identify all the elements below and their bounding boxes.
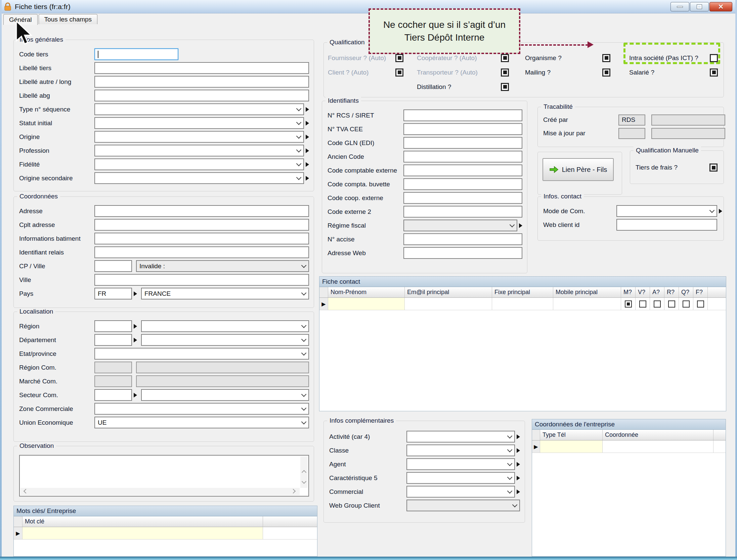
scroll-left-icon[interactable] xyxy=(23,489,27,493)
n-rcs-siret-input[interactable] xyxy=(403,109,522,121)
transporteur-auto-checkbox[interactable] xyxy=(501,68,509,77)
regime-fiscal-combo[interactable] xyxy=(403,220,517,231)
web-client-id-input[interactable] xyxy=(616,219,717,231)
row-selector[interactable]: ▶ xyxy=(14,527,23,539)
code-comptable-externe-input[interactable] xyxy=(403,165,522,176)
m-row-checkbox[interactable] xyxy=(625,300,632,308)
cell-fixe-principal[interactable] xyxy=(492,298,553,310)
secteur-com-code-input[interactable] xyxy=(94,389,132,401)
column-header-r[interactable]: R? xyxy=(664,287,679,297)
union-economique-combo[interactable]: UE xyxy=(94,417,309,428)
code-gln-edi-input[interactable] xyxy=(403,137,522,149)
cell-f[interactable] xyxy=(693,298,708,310)
adresse-input[interactable] xyxy=(94,205,309,217)
identifiant-relais-input[interactable] xyxy=(94,246,309,258)
cell-mot-cle[interactable] xyxy=(23,527,263,539)
etat-province-combo[interactable] xyxy=(94,348,309,360)
cell-v[interactable] xyxy=(636,298,650,310)
expand-arrow-icon[interactable] xyxy=(517,434,520,439)
a-row-checkbox[interactable] xyxy=(654,300,661,308)
activite-car-4-combo[interactable] xyxy=(406,431,515,442)
statut-initial-combo[interactable] xyxy=(94,117,304,129)
departement-code-input[interactable] xyxy=(94,334,132,346)
cell-coordonnee[interactable] xyxy=(603,440,713,453)
web-group-client-combo[interactable] xyxy=(406,500,520,511)
n-tva-cee-input[interactable] xyxy=(403,123,522,135)
column-header-fixe-principal[interactable]: Fixe principal xyxy=(492,287,553,297)
expand-arrow-icon[interactable] xyxy=(134,324,137,329)
fournisseur-auto-checkbox[interactable] xyxy=(395,54,403,62)
distillation-checkbox[interactable] xyxy=(501,83,509,91)
pays-combo[interactable]: FRANCE xyxy=(141,288,309,299)
expand-arrow-icon[interactable] xyxy=(517,462,520,467)
tiers-de-frais-checkbox[interactable] xyxy=(709,164,718,172)
agent-combo[interactable] xyxy=(406,458,515,470)
expand-arrow-icon[interactable] xyxy=(306,176,309,181)
mode-de-com-combo[interactable] xyxy=(616,205,717,217)
v-row-checkbox[interactable] xyxy=(639,300,646,308)
cp-ville-combo[interactable]: Invalide : xyxy=(136,260,309,272)
tab-tous-les-champs[interactable]: Tous les champs xyxy=(39,14,98,24)
organisme-checkbox[interactable] xyxy=(602,54,610,62)
expand-arrow-icon[interactable] xyxy=(719,209,722,214)
secteur-com-combo[interactable] xyxy=(141,389,309,401)
expand-arrow-icon[interactable] xyxy=(134,393,137,398)
scroll-right-icon[interactable] xyxy=(292,489,295,493)
profession-combo[interactable] xyxy=(94,145,304,156)
pays-code-input[interactable]: FR xyxy=(94,288,132,299)
column-header-f[interactable]: F? xyxy=(693,287,708,297)
adresse-web-input[interactable] xyxy=(403,247,522,259)
scroll-up-icon[interactable] xyxy=(302,470,306,473)
expand-arrow-icon[interactable] xyxy=(306,121,309,126)
column-header-q[interactable]: Q? xyxy=(679,287,693,297)
column-header-coordonnee[interactable]: Coordonnée xyxy=(603,430,713,440)
libelle-autre-long-input[interactable] xyxy=(94,76,309,88)
observation-textarea[interactable] xyxy=(19,455,309,497)
column-header-m[interactable]: M? xyxy=(621,287,636,297)
cell-r[interactable] xyxy=(664,298,679,310)
column-header-type-tel[interactable]: Type Tél xyxy=(540,430,603,440)
expand-arrow-icon[interactable] xyxy=(517,448,520,453)
classe-combo[interactable] xyxy=(406,445,515,456)
row-selector[interactable]: ▶ xyxy=(319,298,328,310)
expand-arrow-icon[interactable] xyxy=(134,291,137,296)
expand-arrow-icon[interactable] xyxy=(517,489,520,494)
column-header-a[interactable]: A? xyxy=(650,287,664,297)
client-auto-checkbox[interactable] xyxy=(395,68,403,77)
fidelite-combo[interactable] xyxy=(94,158,304,170)
code-tiers-input[interactable] xyxy=(94,48,178,60)
code-compta-buvette-input[interactable] xyxy=(403,178,522,190)
cplt-adresse-input[interactable] xyxy=(94,219,309,231)
expand-arrow-icon[interactable] xyxy=(134,338,137,342)
libelle-abg-input[interactable] xyxy=(94,90,309,101)
mailing-checkbox[interactable] xyxy=(602,68,610,77)
commercial-combo[interactable] xyxy=(406,486,515,498)
scroll-down-icon[interactable] xyxy=(302,480,306,483)
maximize-button[interactable] xyxy=(690,2,709,11)
cell-mobile-principal[interactable] xyxy=(553,298,621,310)
code-coop-externe-input[interactable] xyxy=(403,192,522,204)
libelle-tiers-input[interactable] xyxy=(94,62,309,74)
expand-arrow-icon[interactable] xyxy=(306,135,309,139)
column-header-v[interactable]: V? xyxy=(636,287,650,297)
close-button[interactable]: ✕ xyxy=(709,2,732,11)
minimize-button[interactable] xyxy=(670,2,689,11)
lien-pere-fils-button[interactable]: Lien Père - Fils xyxy=(543,158,614,181)
cell-m[interactable] xyxy=(621,298,636,310)
n-accise-input[interactable] xyxy=(403,233,522,245)
departement-combo[interactable] xyxy=(141,334,309,346)
informations-batiment-input[interactable] xyxy=(94,233,309,244)
column-header-mot-cle[interactable]: Mot clé xyxy=(23,516,263,527)
expand-arrow-icon[interactable] xyxy=(306,107,309,112)
region-code-input[interactable] xyxy=(94,320,132,332)
expand-arrow-icon[interactable] xyxy=(517,476,520,480)
cell-a[interactable] xyxy=(650,298,664,310)
type-n-sequence-combo[interactable] xyxy=(94,103,304,115)
f-row-checkbox[interactable] xyxy=(697,300,704,308)
cell-em-il-principal[interactable] xyxy=(405,298,492,310)
q-row-checkbox[interactable] xyxy=(683,300,690,308)
code-externe-2-input[interactable] xyxy=(403,206,522,218)
expand-arrow-icon[interactable] xyxy=(519,223,522,228)
cell-type-tel[interactable] xyxy=(540,440,603,453)
zone-commerciale-combo[interactable] xyxy=(94,403,309,415)
